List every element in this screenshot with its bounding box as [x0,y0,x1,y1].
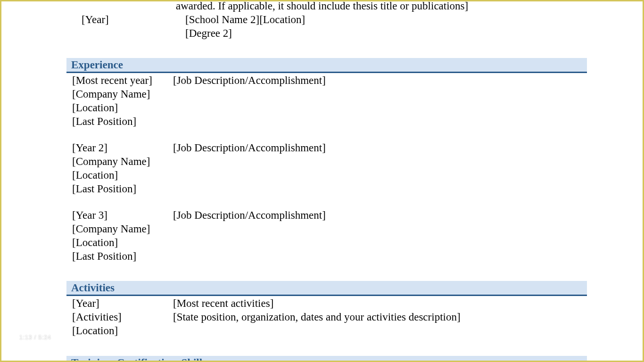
exp-desc: [Job Description/Accomplishment] [173,209,577,222]
exp-company: [Company Name] [72,155,173,169]
exp-desc: [Job Description/Accomplishment] [173,141,577,155]
exp-location: [Location] [72,169,173,182]
exp-position: [Last Position] [72,250,173,263]
act-state: [State position, organization, dates and… [173,311,577,324]
exp-year: [Most recent year] [72,74,173,88]
education-year2: [Year] [82,13,185,27]
education-location2: [Location] [259,14,305,25]
exp-year: [Year 3] [72,209,173,222]
experience-entry: [Year 3] [Company Name] [Location] [Last… [72,209,577,263]
activities-entry: [Year] [Activities] [Location] [Most rec… [72,297,577,337]
experience-heading: Experience [66,58,587,73]
education-school2: [School Name 2] [185,14,259,25]
document-page: awarded. If applicable, it should includ… [1,0,643,362]
act-recent: [Most recent activities] [173,297,577,311]
exp-position: [Last Position] [72,115,173,129]
experience-entry: [Most recent year] [Company Name] [Locat… [72,74,577,128]
exp-year: [Year 2] [72,141,173,155]
education-partial: awarded. If applicable, it should includ… [1,0,643,40]
education-desc-cutoff: awarded. If applicable, it should includ… [176,0,577,13]
education-degree2: [Degree 2] [185,27,577,41]
activities-heading: Activities [66,281,587,296]
activities-body: [Year] [Activities] [Location] [Most rec… [1,296,643,337]
video-timestamp: 1:13 / 5:24 [19,334,51,341]
act-year: [Year] [72,297,173,311]
experience-entry: [Year 2] [Company Name] [Location] [Last… [72,141,577,196]
exp-company: [Company Name] [72,222,173,236]
exp-location: [Location] [72,236,173,250]
exp-location: [Location] [72,101,173,115]
experience-body: [Most recent year] [Company Name] [Locat… [1,73,643,263]
exp-desc: [Job Description/Accomplishment] [173,74,577,88]
exp-company: [Company Name] [72,88,173,101]
act-name: [Activities] [72,311,173,324]
act-location: [Location] [72,324,173,338]
exp-position: [Last Position] [72,182,173,196]
training-heading: Training, Certification, Skills [66,356,587,362]
